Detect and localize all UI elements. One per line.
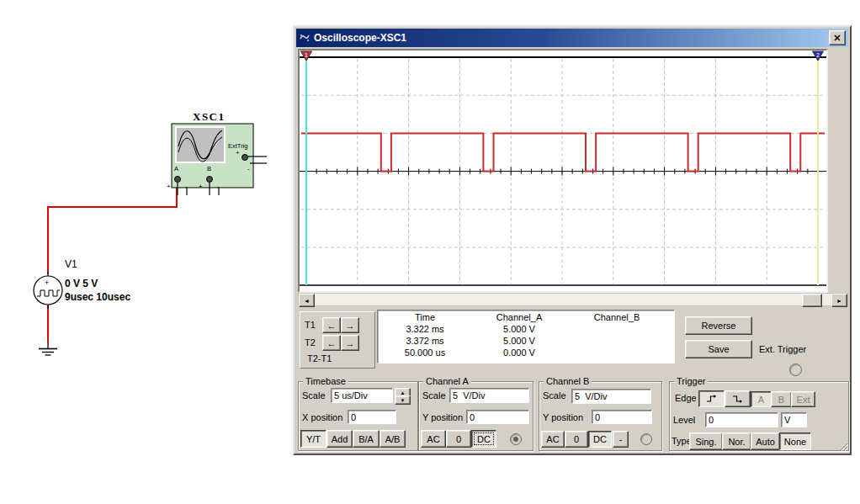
channel-b-minus-button[interactable]: -	[613, 431, 629, 448]
channel-a-scale-label: Scale	[422, 390, 446, 401]
t2-time: 3.372 ms	[378, 336, 472, 347]
channel-b-ypos-input[interactable]	[592, 410, 652, 424]
yt-mode-button[interactable]: Y/T	[300, 430, 326, 448]
down-arrow-icon: ▼	[401, 398, 406, 403]
channel-a-group: Channel A Scale Y position AC 0 DC	[418, 381, 534, 451]
channel-a-ground-button[interactable]: 0	[446, 430, 471, 448]
timebase-group: Timebase Scale ▲ ▼ X position Y/T Add B/…	[298, 381, 418, 451]
trigger-level-unit[interactable]	[781, 412, 807, 427]
horizontal-scrollbar[interactable]: ◄ ►	[298, 293, 848, 306]
x-position-label: X position	[302, 412, 342, 423]
t2-row: 3.372 ms 5.000 V	[378, 336, 674, 347]
channel-a-ac-button[interactable]: AC	[421, 430, 446, 448]
channel-a-dc-button[interactable]: DC	[471, 430, 496, 448]
t1-channel-a: 5.000 V	[472, 324, 566, 336]
t1-left-button[interactable]: ←	[322, 317, 341, 333]
scroll-left-button[interactable]: ◄	[299, 294, 315, 307]
trigger-level-label: Level	[673, 415, 695, 426]
svg-text:+: +	[45, 279, 49, 287]
timebase-scale-label: Scale	[302, 390, 326, 401]
trigger-type-auto-button[interactable]: Auto	[751, 432, 780, 450]
terminal-b[interactable]	[207, 177, 213, 183]
rising-edge-icon	[706, 394, 717, 404]
t1-cursor-marker[interactable]: 1	[301, 51, 312, 61]
multisim-workspace: { "window": { "title": "Oscilloscope-XSC…	[0, 0, 860, 504]
up-arrow-icon: ▲	[401, 390, 406, 395]
channel-a-trace	[301, 133, 825, 171]
t1-label: T1	[305, 320, 316, 331]
channel-a-scale-input[interactable]	[449, 388, 529, 403]
title-bar[interactable]: Oscilloscope-XSC1	[296, 29, 848, 47]
trigger-type-none-button[interactable]: None	[779, 432, 811, 450]
right-arrow-icon: ►	[836, 298, 842, 304]
terminal-b-label: B	[207, 165, 211, 172]
resize-grip[interactable]	[838, 442, 848, 452]
channel-b-input-indicator	[640, 433, 652, 445]
measurement-readout: Time Channel_A Channel_B 3.322 ms 5.000 …	[377, 310, 675, 363]
terminal-a[interactable]	[175, 177, 181, 183]
trigger-level-input[interactable]	[705, 412, 778, 427]
svg-text:+: +	[236, 149, 240, 157]
trigger-source-a-button: A	[751, 391, 772, 407]
right-arrow-icon: →	[346, 338, 355, 348]
schematic-canvas: ExtTrig + - A + - B + - XSC1 + V1 0 V 5 …	[8, 80, 286, 366]
channel-a-ypos-label: Y position	[422, 412, 463, 423]
ext-trigger-label: Ext. Trigger	[759, 344, 806, 355]
x-position-input[interactable]	[348, 410, 396, 424]
ba-mode-button[interactable]: B/A	[353, 430, 380, 448]
source-value-2: 9usec 10usec	[65, 291, 130, 303]
instrument-refdes: XSC1	[193, 110, 226, 123]
oscilloscope-window: Oscilloscope-XSC1 12 ◄ ► T1 ← → T2 ← → T	[293, 25, 852, 455]
multisim-app-icon	[299, 32, 311, 44]
svg-text:2: 2	[816, 52, 820, 58]
reverse-button[interactable]: Reverse	[685, 316, 752, 335]
source-refdes: V1	[65, 258, 77, 270]
channel-a-title: Channel A	[423, 376, 471, 386]
channel-b-title: Channel B	[544, 376, 592, 386]
channel-b-group: Channel B Scale Y position AC 0 DC -	[539, 381, 662, 451]
svg-text:-: -	[217, 183, 220, 190]
ab-mode-button[interactable]: A/B	[380, 430, 406, 448]
t2-cursor-marker[interactable]: 2	[813, 51, 824, 61]
scope-display[interactable]: 12	[298, 49, 828, 293]
left-arrow-icon: ←	[327, 321, 337, 331]
ground-symbol[interactable]	[39, 342, 57, 355]
trigger-type-normal-button[interactable]: Nor.	[722, 432, 751, 450]
t2-left-button[interactable]: ←	[322, 335, 341, 351]
channel-b-scale-label: Scale	[543, 390, 566, 401]
col-channel-a: Channel_A	[472, 312, 566, 324]
close-button[interactable]	[829, 30, 846, 45]
timebase-scale-spin-down[interactable]: ▼	[395, 395, 411, 405]
channel-b-scale-input[interactable]	[571, 389, 651, 404]
add-mode-button[interactable]: Add	[326, 430, 353, 448]
oscilloscope-symbol[interactable]: ExtTrig + - A + - B + - XSC1	[167, 110, 267, 195]
channel-b-ground-button[interactable]: 0	[565, 431, 588, 448]
trigger-falling-edge-button[interactable]	[725, 390, 751, 407]
source-value-1: 0 V 5 V	[65, 278, 98, 289]
channel-b-ac-button[interactable]: AC	[541, 431, 565, 448]
scrollbar-thumb[interactable]	[802, 294, 822, 307]
t2-right-button[interactable]: →	[341, 335, 359, 351]
svg-text:+: +	[199, 183, 203, 190]
trigger-source-b-button: B	[771, 391, 792, 407]
clock-source-v1[interactable]: +	[34, 272, 62, 309]
svg-text:+: +	[167, 183, 171, 190]
t2-channel-a: 5.000 V	[472, 336, 566, 347]
t2-label: T2	[305, 337, 316, 348]
channel-a-input-indicator	[510, 433, 522, 445]
terminal-a-label: A	[174, 165, 178, 172]
trigger-rising-edge-button[interactable]	[698, 390, 725, 407]
t1-right-button[interactable]: →	[341, 317, 359, 333]
timebase-scale-input[interactable]	[331, 388, 393, 403]
channel-b-dc-button[interactable]: DC	[588, 431, 612, 448]
trigger-type-single-button[interactable]: Sing.	[689, 432, 723, 450]
timebase-title: Timebase	[303, 376, 348, 386]
falling-edge-icon	[732, 394, 743, 404]
svg-text:-: -	[185, 183, 188, 190]
delta-channel-a: 0.000 V	[472, 347, 566, 359]
save-button[interactable]: Save	[685, 340, 752, 358]
ext-trig-terminal[interactable]	[242, 155, 248, 161]
channel-a-ypos-input[interactable]	[466, 410, 529, 424]
ext-trigger-indicator	[789, 363, 802, 376]
scroll-right-button[interactable]: ►	[831, 294, 847, 307]
